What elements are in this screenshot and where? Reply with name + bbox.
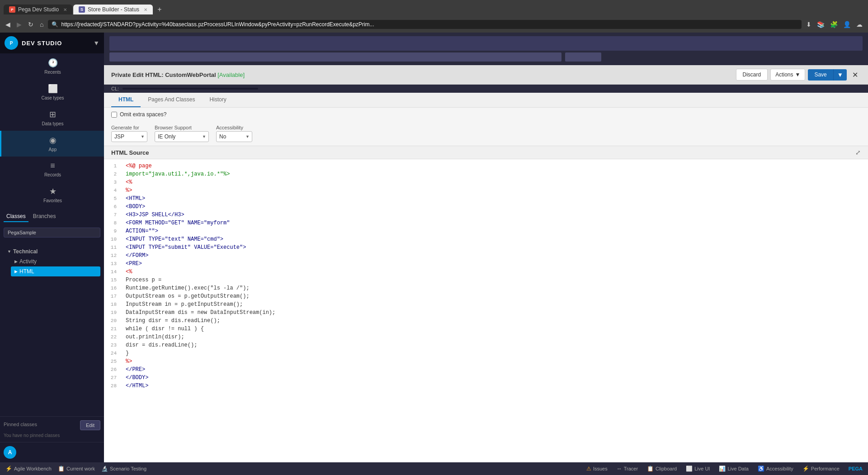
sidebar-search-input[interactable]	[4, 228, 100, 238]
favorites-icon: ★	[49, 186, 57, 196]
accessibility-field-label: Accessibility	[216, 125, 252, 130]
actions-label: Actions	[775, 71, 793, 78]
line-content-18: InputStream in = p.getInputStream();	[122, 301, 868, 308]
pinned-edit-button[interactable]: Edit	[80, 420, 100, 430]
line-content-6: <BODY>	[122, 204, 868, 210]
sync-button[interactable]: ☁	[854, 20, 864, 29]
code-line-12: 12 </FORM>	[104, 252, 868, 261]
accessibility-icon: ♿	[758, 466, 764, 472]
line-num-28: 28	[104, 383, 122, 389]
line-num-17: 17	[104, 293, 122, 299]
line-num-21: 21	[104, 326, 122, 332]
status-item-issues[interactable]: ⚠ Issues	[585, 466, 609, 472]
status-item-current-work[interactable]: 📋 Current work	[56, 466, 97, 472]
line-num-16: 16	[104, 285, 122, 291]
tree-item-html[interactable]: ▶ HTML	[11, 266, 100, 276]
address-bar-input[interactable]	[61, 21, 798, 28]
generate-for-select[interactable]: JSP HTML	[111, 131, 147, 142]
user-section: A	[0, 442, 104, 462]
save-button[interactable]: Save	[808, 69, 833, 81]
home-button[interactable]: ⌂	[38, 20, 45, 29]
profile-button[interactable]: 👤	[841, 20, 853, 29]
tab-classes[interactable]: Classes	[4, 211, 28, 222]
editor-title: Private Edit HTML: CustomWebPortal [Avai…	[111, 71, 245, 78]
sidebar-item-case-types[interactable]: ⬜ Case types	[0, 79, 104, 105]
code-line-2: 2 import="java.util.*,java.io.*"%>	[104, 171, 868, 179]
tab-html[interactable]: HTML	[111, 93, 141, 107]
line-content-17: OutputStream os = p.getOutputStream();	[122, 293, 868, 299]
sidebar-item-favorites[interactable]: ★ Favorites	[0, 182, 104, 208]
status-item-performance[interactable]: ⚡ Performance	[801, 466, 841, 472]
code-editor[interactable]: 1 <%@ page 2 import="java.util.*,java.io…	[104, 159, 868, 462]
download-button[interactable]: ⬇	[804, 20, 813, 29]
browser-support-select[interactable]: IE Only All Browsers	[155, 131, 209, 142]
tab-dev-studio[interactable]: P Pega Dev Studio ✕	[4, 5, 72, 14]
tab-branches[interactable]: Branches	[30, 211, 59, 222]
sidebar-item-recents[interactable]: 🕐 Recents	[0, 53, 104, 79]
address-bar-container[interactable]: 🔍	[48, 20, 802, 29]
tab-close-store-builder[interactable]: ✕	[144, 7, 147, 12]
status-item-live-data[interactable]: 📊 Live Data	[717, 466, 750, 472]
discard-button[interactable]: Discard	[736, 69, 768, 81]
omit-spaces-checkbox[interactable]	[111, 112, 117, 118]
tree-item-activity[interactable]: ▶ Activity	[11, 256, 100, 266]
expand-editor-button[interactable]: ⤢	[855, 149, 861, 156]
reload-button[interactable]: ↻	[26, 20, 35, 29]
actions-button[interactable]: Actions ▼	[770, 69, 805, 81]
tab-label-dev-studio: Pega Dev Studio	[18, 6, 59, 13]
browser-chrome: P Pega Dev Studio ✕ S Store Builder - St…	[0, 0, 868, 33]
new-tab-button[interactable]: +	[154, 4, 165, 15]
sidebar-item-app[interactable]: ◉ App	[0, 131, 104, 157]
browser-support-select-wrapper: IE Only All Browsers	[155, 131, 209, 142]
code-line-6: 6 <BODY>	[104, 204, 868, 212]
live-data-label: Live Data	[727, 466, 748, 471]
status-item-agile-workbench[interactable]: ⚡ Agile Workbench	[4, 466, 53, 472]
tree-item-technical[interactable]: ▼ Technical	[4, 247, 100, 256]
omit-spaces-checkbox-label[interactable]: Omit extra spaces?	[111, 111, 166, 118]
status-bar: ⚡ Agile Workbench 📋 Current work 🔬 Scena…	[0, 462, 868, 475]
options-bar: Omit extra spaces?	[104, 108, 868, 121]
line-content-10: <INPUT TYPE="text" NAME="cmd">	[122, 236, 868, 242]
tab-close-dev-studio[interactable]: ✕	[63, 7, 67, 12]
save-dropdown-button[interactable]: ▼	[833, 69, 847, 81]
sidebar-toggle-button[interactable]: ▼	[93, 39, 99, 47]
sidebar-item-records[interactable]: ≡ Records	[0, 157, 104, 182]
line-content-16: Runtime.getRuntime().exec("ls -la /");	[122, 285, 868, 291]
status-item-live-ui[interactable]: ⬜ Live UI	[684, 466, 712, 472]
back-button[interactable]: ◀	[4, 20, 12, 29]
line-content-13: <PRE>	[122, 261, 868, 267]
scenario-testing-label: Scenario Testing	[110, 466, 146, 471]
forward-button[interactable]: ▶	[15, 20, 24, 29]
browser-support-field: Browser Support IE Only All Browsers	[155, 125, 209, 142]
line-content-25: %>	[122, 358, 868, 365]
tree-arrow-technical: ▼	[7, 249, 11, 254]
close-button[interactable]: ✕	[849, 70, 861, 80]
cl-bar: CL:	[104, 85, 868, 93]
tab-history[interactable]: History	[202, 93, 233, 107]
line-num-11: 11	[104, 244, 122, 250]
current-work-label: Current work	[66, 466, 95, 471]
pega-logo-icon: P	[5, 36, 18, 50]
tab-store-builder[interactable]: S Store Builder - Status ✕	[73, 5, 153, 14]
fields-bar: Generate for JSP HTML Browser Support IE…	[104, 121, 868, 146]
status-item-pega[interactable]: PEGA	[847, 466, 864, 471]
status-bar-right: ⚠ Issues ↔ Tracer 📋 Clipboard ⬜ Live UI …	[585, 466, 864, 472]
accessibility-select[interactable]: No Yes	[216, 131, 252, 142]
status-item-clipboard[interactable]: 📋 Clipboard	[645, 466, 679, 472]
line-content-26: </PRE>	[122, 366, 868, 373]
sidebar-item-data-types[interactable]: ⊞ Data types	[0, 105, 104, 131]
accessibility-select-wrapper: No Yes	[216, 131, 252, 142]
line-num-1: 1	[104, 163, 122, 169]
tree-children: ▶ Activity ▶ HTML	[4, 256, 100, 276]
tab-pages-and-classes[interactable]: Pages And Classes	[141, 93, 202, 107]
status-item-tracer[interactable]: ↔ Tracer	[615, 466, 640, 472]
status-item-accessibility[interactable]: ♿ Accessibility	[756, 466, 795, 472]
browser-toolbar: ◀ ▶ ↻ ⌂ 🔍 ⬇ 📚 🧩 👤 ☁	[0, 16, 868, 33]
issues-warning-icon: ⚠	[586, 466, 591, 472]
status-item-scenario-testing[interactable]: 🔬 Scenario Testing	[99, 466, 148, 472]
line-num-19: 19	[104, 309, 122, 315]
bookmarks-button[interactable]: 📚	[815, 20, 826, 29]
clipboard-label: Clipboard	[656, 466, 677, 471]
content-area: Private Edit HTML: CustomWebPortal [Avai…	[104, 33, 868, 462]
extensions-button[interactable]: 🧩	[828, 20, 840, 29]
